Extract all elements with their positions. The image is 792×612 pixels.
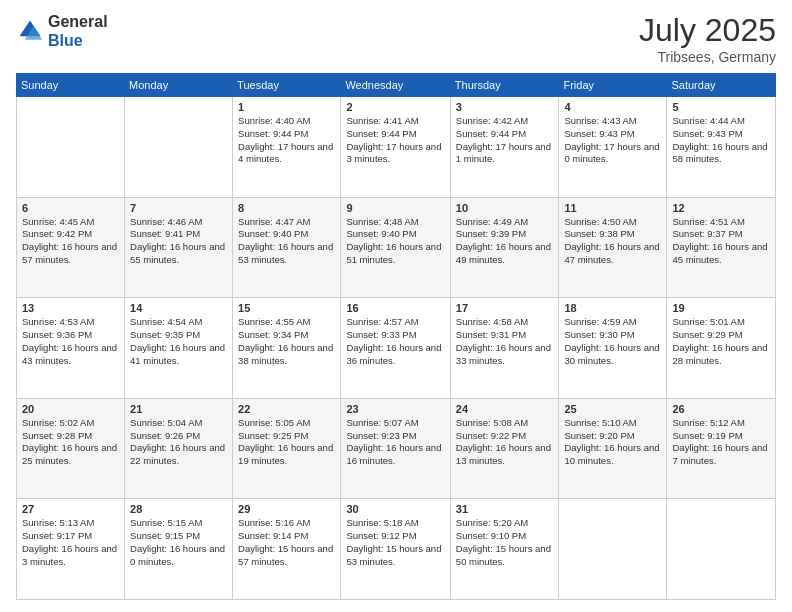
- calendar-header-row: Sunday Monday Tuesday Wednesday Thursday…: [17, 74, 776, 97]
- day-number: 26: [672, 403, 770, 415]
- day-info: Sunrise: 4:47 AM Sunset: 9:40 PM Dayligh…: [238, 216, 335, 267]
- day-number: 5: [672, 101, 770, 113]
- day-info: Sunrise: 4:40 AM Sunset: 9:44 PM Dayligh…: [238, 115, 335, 166]
- table-row: 2Sunrise: 4:41 AM Sunset: 9:44 PM Daylig…: [341, 97, 450, 198]
- table-row: [17, 97, 125, 198]
- header-monday: Monday: [125, 74, 233, 97]
- table-row: 1Sunrise: 4:40 AM Sunset: 9:44 PM Daylig…: [233, 97, 341, 198]
- table-row: 28Sunrise: 5:15 AM Sunset: 9:15 PM Dayli…: [125, 499, 233, 600]
- week-row-5: 27Sunrise: 5:13 AM Sunset: 9:17 PM Dayli…: [17, 499, 776, 600]
- day-number: 3: [456, 101, 554, 113]
- day-info: Sunrise: 5:07 AM Sunset: 9:23 PM Dayligh…: [346, 417, 444, 468]
- day-number: 21: [130, 403, 227, 415]
- day-number: 22: [238, 403, 335, 415]
- day-info: Sunrise: 4:48 AM Sunset: 9:40 PM Dayligh…: [346, 216, 444, 267]
- table-row: 5Sunrise: 4:44 AM Sunset: 9:43 PM Daylig…: [667, 97, 776, 198]
- table-row: 30Sunrise: 5:18 AM Sunset: 9:12 PM Dayli…: [341, 499, 450, 600]
- day-info: Sunrise: 4:51 AM Sunset: 9:37 PM Dayligh…: [672, 216, 770, 267]
- day-number: 8: [238, 202, 335, 214]
- table-row: [559, 499, 667, 600]
- day-info: Sunrise: 5:08 AM Sunset: 9:22 PM Dayligh…: [456, 417, 554, 468]
- day-info: Sunrise: 5:15 AM Sunset: 9:15 PM Dayligh…: [130, 517, 227, 568]
- day-info: Sunrise: 4:42 AM Sunset: 9:44 PM Dayligh…: [456, 115, 554, 166]
- logo-blue: Blue: [48, 32, 83, 49]
- day-info: Sunrise: 4:49 AM Sunset: 9:39 PM Dayligh…: [456, 216, 554, 267]
- week-row-3: 13Sunrise: 4:53 AM Sunset: 9:36 PM Dayli…: [17, 298, 776, 399]
- day-number: 14: [130, 302, 227, 314]
- logo-text: General Blue: [48, 12, 108, 50]
- table-row: 13Sunrise: 4:53 AM Sunset: 9:36 PM Dayli…: [17, 298, 125, 399]
- table-row: 22Sunrise: 5:05 AM Sunset: 9:25 PM Dayli…: [233, 398, 341, 499]
- day-info: Sunrise: 5:05 AM Sunset: 9:25 PM Dayligh…: [238, 417, 335, 468]
- table-row: 3Sunrise: 4:42 AM Sunset: 9:44 PM Daylig…: [450, 97, 559, 198]
- header-tuesday: Tuesday: [233, 74, 341, 97]
- header-friday: Friday: [559, 74, 667, 97]
- day-info: Sunrise: 5:10 AM Sunset: 9:20 PM Dayligh…: [564, 417, 661, 468]
- day-info: Sunrise: 5:12 AM Sunset: 9:19 PM Dayligh…: [672, 417, 770, 468]
- location: Tribsees, Germany: [639, 49, 776, 65]
- title-block: July 2025 Tribsees, Germany: [639, 12, 776, 65]
- day-number: 15: [238, 302, 335, 314]
- header-sunday: Sunday: [17, 74, 125, 97]
- day-info: Sunrise: 4:50 AM Sunset: 9:38 PM Dayligh…: [564, 216, 661, 267]
- header-thursday: Thursday: [450, 74, 559, 97]
- table-row: 15Sunrise: 4:55 AM Sunset: 9:34 PM Dayli…: [233, 298, 341, 399]
- table-row: 12Sunrise: 4:51 AM Sunset: 9:37 PM Dayli…: [667, 197, 776, 298]
- day-info: Sunrise: 4:43 AM Sunset: 9:43 PM Dayligh…: [564, 115, 661, 166]
- calendar: Sunday Monday Tuesday Wednesday Thursday…: [16, 73, 776, 600]
- logo-general: General: [48, 13, 108, 30]
- day-info: Sunrise: 5:18 AM Sunset: 9:12 PM Dayligh…: [346, 517, 444, 568]
- day-info: Sunrise: 5:16 AM Sunset: 9:14 PM Dayligh…: [238, 517, 335, 568]
- table-row: 7Sunrise: 4:46 AM Sunset: 9:41 PM Daylig…: [125, 197, 233, 298]
- day-number: 11: [564, 202, 661, 214]
- day-info: Sunrise: 4:44 AM Sunset: 9:43 PM Dayligh…: [672, 115, 770, 166]
- table-row: 14Sunrise: 4:54 AM Sunset: 9:35 PM Dayli…: [125, 298, 233, 399]
- day-number: 1: [238, 101, 335, 113]
- table-row: 17Sunrise: 4:58 AM Sunset: 9:31 PM Dayli…: [450, 298, 559, 399]
- table-row: 11Sunrise: 4:50 AM Sunset: 9:38 PM Dayli…: [559, 197, 667, 298]
- table-row: 31Sunrise: 5:20 AM Sunset: 9:10 PM Dayli…: [450, 499, 559, 600]
- table-row: 29Sunrise: 5:16 AM Sunset: 9:14 PM Dayli…: [233, 499, 341, 600]
- day-info: Sunrise: 5:04 AM Sunset: 9:26 PM Dayligh…: [130, 417, 227, 468]
- day-number: 6: [22, 202, 119, 214]
- day-info: Sunrise: 4:54 AM Sunset: 9:35 PM Dayligh…: [130, 316, 227, 367]
- table-row: [125, 97, 233, 198]
- table-row: 25Sunrise: 5:10 AM Sunset: 9:20 PM Dayli…: [559, 398, 667, 499]
- page: General Blue July 2025 Tribsees, Germany…: [0, 0, 792, 612]
- day-number: 28: [130, 503, 227, 515]
- day-number: 29: [238, 503, 335, 515]
- table-row: 8Sunrise: 4:47 AM Sunset: 9:40 PM Daylig…: [233, 197, 341, 298]
- day-number: 17: [456, 302, 554, 314]
- table-row: 10Sunrise: 4:49 AM Sunset: 9:39 PM Dayli…: [450, 197, 559, 298]
- table-row: 18Sunrise: 4:59 AM Sunset: 9:30 PM Dayli…: [559, 298, 667, 399]
- week-row-4: 20Sunrise: 5:02 AM Sunset: 9:28 PM Dayli…: [17, 398, 776, 499]
- table-row: 19Sunrise: 5:01 AM Sunset: 9:29 PM Dayli…: [667, 298, 776, 399]
- day-number: 30: [346, 503, 444, 515]
- day-number: 24: [456, 403, 554, 415]
- table-row: 27Sunrise: 5:13 AM Sunset: 9:17 PM Dayli…: [17, 499, 125, 600]
- header-wednesday: Wednesday: [341, 74, 450, 97]
- logo-icon: [16, 17, 44, 45]
- table-row: 21Sunrise: 5:04 AM Sunset: 9:26 PM Dayli…: [125, 398, 233, 499]
- day-info: Sunrise: 4:53 AM Sunset: 9:36 PM Dayligh…: [22, 316, 119, 367]
- day-number: 10: [456, 202, 554, 214]
- day-info: Sunrise: 5:13 AM Sunset: 9:17 PM Dayligh…: [22, 517, 119, 568]
- day-info: Sunrise: 4:58 AM Sunset: 9:31 PM Dayligh…: [456, 316, 554, 367]
- day-number: 18: [564, 302, 661, 314]
- header-saturday: Saturday: [667, 74, 776, 97]
- day-info: Sunrise: 4:55 AM Sunset: 9:34 PM Dayligh…: [238, 316, 335, 367]
- day-info: Sunrise: 5:02 AM Sunset: 9:28 PM Dayligh…: [22, 417, 119, 468]
- table-row: 4Sunrise: 4:43 AM Sunset: 9:43 PM Daylig…: [559, 97, 667, 198]
- table-row: 26Sunrise: 5:12 AM Sunset: 9:19 PM Dayli…: [667, 398, 776, 499]
- day-number: 27: [22, 503, 119, 515]
- table-row: 16Sunrise: 4:57 AM Sunset: 9:33 PM Dayli…: [341, 298, 450, 399]
- day-number: 13: [22, 302, 119, 314]
- day-number: 16: [346, 302, 444, 314]
- day-number: 7: [130, 202, 227, 214]
- day-number: 19: [672, 302, 770, 314]
- table-row: 6Sunrise: 4:45 AM Sunset: 9:42 PM Daylig…: [17, 197, 125, 298]
- table-row: 9Sunrise: 4:48 AM Sunset: 9:40 PM Daylig…: [341, 197, 450, 298]
- day-info: Sunrise: 4:46 AM Sunset: 9:41 PM Dayligh…: [130, 216, 227, 267]
- day-info: Sunrise: 4:45 AM Sunset: 9:42 PM Dayligh…: [22, 216, 119, 267]
- day-info: Sunrise: 4:41 AM Sunset: 9:44 PM Dayligh…: [346, 115, 444, 166]
